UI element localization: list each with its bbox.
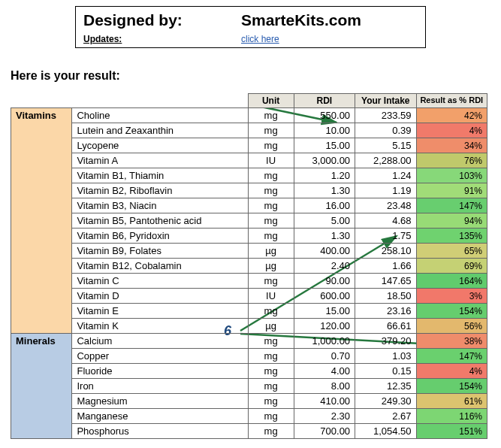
intake-cell: 1.66 (355, 259, 416, 274)
nutrient-name: Calcium (72, 334, 248, 349)
rdi-cell: 550.00 (294, 108, 355, 123)
unit-cell: mg (248, 274, 294, 289)
unit-cell: mg (248, 364, 294, 379)
pct-cell: 4% (416, 123, 487, 138)
table-row: Coppermg0.701.03147% (11, 349, 487, 364)
pct-cell: 91% (416, 183, 487, 198)
pct-cell: 147% (416, 198, 487, 213)
intake-cell: 4.68 (355, 213, 416, 229)
col-unit: Unit (248, 94, 294, 108)
rdi-cell: 120.00 (294, 319, 355, 334)
nutrient-name: Copper (72, 349, 248, 364)
intake-cell: 258.10 (355, 244, 416, 259)
pct-cell: 164% (416, 274, 487, 289)
intake-cell: 147.65 (355, 274, 416, 289)
unit-cell: µg (248, 244, 294, 259)
unit-cell: mg (248, 168, 294, 183)
unit-cell: mg (248, 304, 294, 319)
category-cell: Vitamins (11, 108, 72, 334)
rdi-cell: 2.30 (294, 409, 355, 424)
rdi-cell: 410.00 (294, 394, 355, 409)
rdi-cell: 1.30 (294, 229, 355, 244)
nutrition-table: Unit RDI Your Intake Result as % RDI Vit… (11, 93, 487, 439)
pct-cell: 76% (416, 153, 487, 168)
nutrient-name: Vitamin C (72, 274, 248, 289)
pct-cell: 154% (416, 379, 487, 394)
intake-cell: 1.24 (355, 168, 416, 183)
intake-cell: 1.19 (355, 183, 416, 198)
intake-cell: 12.35 (355, 379, 416, 394)
table-row: Vitamin Emg15.0023.16154% (11, 304, 487, 319)
intake-cell: 379.20 (355, 334, 416, 349)
table-row: Vitamin Kµg120.0066.6156% (11, 319, 487, 334)
unit-cell: mg (248, 138, 294, 153)
nutrient-name: Choline (72, 108, 248, 123)
table-row: Magnesiummg410.00249.3061% (11, 394, 487, 409)
pct-cell: 3% (416, 289, 487, 304)
intake-cell: 23.48 (355, 198, 416, 213)
pct-cell: 42% (416, 108, 487, 123)
rdi-cell: 4.00 (294, 364, 355, 379)
updates-label: Updates: (83, 34, 241, 44)
nutrient-name: Vitamin D (72, 289, 248, 304)
pct-cell: 154% (416, 304, 487, 319)
intake-cell: 1,054.50 (355, 424, 416, 439)
table-row: Vitamin B9, Folatesµg400.00258.1065% (11, 244, 487, 259)
pct-cell: 56% (416, 319, 487, 334)
rdi-cell: 5.00 (294, 213, 355, 229)
intake-cell: 66.61 (355, 319, 416, 334)
table-row: Lycopenemg15.005.1534% (11, 138, 487, 153)
table-row: Vitamin B1, Thiaminmg1.201.24103% (11, 168, 487, 183)
nutrient-name: Vitamin E (72, 304, 248, 319)
pct-cell: 94% (416, 213, 487, 229)
table-row: Vitamin B3, Niacinmg16.0023.48147% (11, 198, 487, 213)
unit-cell: mg (248, 108, 294, 123)
nutrient-name: Vitamin B5, Pantothenic acid (72, 213, 248, 229)
rdi-cell: 1.20 (294, 168, 355, 183)
intake-cell: 1.75 (355, 229, 416, 244)
intake-cell: 2,288.00 (355, 153, 416, 168)
intake-cell: 1.03 (355, 349, 416, 364)
unit-cell: mg (248, 229, 294, 244)
unit-cell: mg (248, 183, 294, 198)
rdi-cell: 600.00 (294, 289, 355, 304)
table-row: Vitamin Cmg90.00147.65164% (11, 274, 487, 289)
table-row: Vitamin B12, Cobalaminµg2.401.6669% (11, 259, 487, 274)
nutrient-name: Lycopene (72, 138, 248, 153)
pct-cell: 151% (416, 424, 487, 439)
unit-cell: mg (248, 213, 294, 229)
designed-by-label: Designed by: (83, 11, 241, 29)
intake-cell: 0.15 (355, 364, 416, 379)
nutrient-name: Vitamin K (72, 319, 248, 334)
intake-cell: 18.50 (355, 289, 416, 304)
unit-cell: mg (248, 394, 294, 409)
unit-cell: µg (248, 259, 294, 274)
table-row: Vitamin AIU3,000.002,288.0076% (11, 153, 487, 168)
intake-cell: 0.39 (355, 123, 416, 138)
pct-cell: 34% (416, 138, 487, 153)
table-row: Vitamin B2, Riboflavinmg1.301.1991% (11, 183, 487, 198)
unit-cell: mg (248, 334, 294, 349)
pct-cell: 135% (416, 229, 487, 244)
updates-link[interactable]: click here (241, 34, 279, 44)
pct-cell: 38% (416, 334, 487, 349)
unit-cell: mg (248, 198, 294, 213)
unit-cell: mg (248, 409, 294, 424)
nutrient-name: Manganese (72, 409, 248, 424)
table-row: MineralsCalciummg1,000.00379.2038% (11, 334, 487, 349)
rdi-cell: 2.40 (294, 259, 355, 274)
unit-cell: mg (248, 349, 294, 364)
table-row: Ironmg8.0012.35154% (11, 379, 487, 394)
unit-cell: IU (248, 289, 294, 304)
intake-cell: 2.67 (355, 409, 416, 424)
col-intake: Your Intake (355, 94, 416, 108)
pct-cell: 65% (416, 244, 487, 259)
nutrient-name: Magnesium (72, 394, 248, 409)
nutrient-name: Vitamin B3, Niacin (72, 198, 248, 213)
unit-cell: µg (248, 319, 294, 334)
nutrient-name: Iron (72, 379, 248, 394)
category-cell: Minerals (11, 334, 72, 439)
header-banner: Designed by: SmarteKits.com Updates: cli… (75, 6, 426, 48)
rdi-cell: 10.00 (294, 123, 355, 138)
table-row: Lutein and Zeaxanthinmg10.000.394% (11, 123, 487, 138)
